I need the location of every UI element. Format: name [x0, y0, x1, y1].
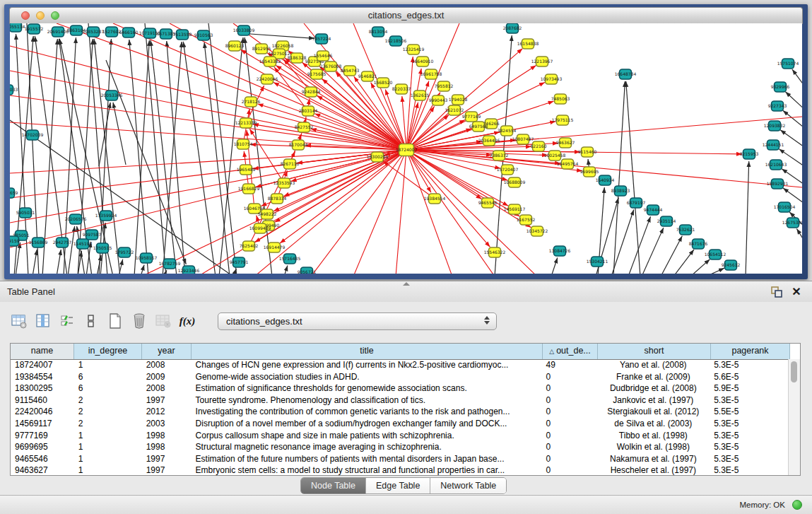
table-cell[interactable]: Genome-wide association studies in ADHD.	[192, 371, 542, 383]
edge[interactable]	[611, 209, 634, 274]
table-cell[interactable]: 1	[74, 430, 142, 442]
table-cell[interactable]: 5.5E-5	[710, 406, 789, 418]
table-cell[interactable]: Corpus callosum shape and size in male p…	[192, 430, 542, 442]
new-table-button[interactable]	[106, 312, 124, 330]
table-cell[interactable]: 5.3E-5	[710, 430, 789, 442]
table-cell[interactable]: 0	[542, 382, 597, 395]
tab-edge-table[interactable]: Edge Table	[366, 478, 430, 493]
table-cell[interactable]: 1	[74, 359, 142, 371]
table-cell[interactable]: Yano et al. (2008)	[596, 359, 710, 371]
table-cell[interactable]: 5.6E-5	[710, 371, 789, 383]
table-cell[interactable]: Estimation of the future numbers of pati…	[192, 453, 542, 465]
edge[interactable]	[284, 266, 288, 274]
edge[interactable]	[42, 39, 57, 274]
network-window-titlebar[interactable]: citations_edges.txt	[9, 7, 803, 24]
table-select-dropdown[interactable]: citations_edges.txt	[218, 313, 497, 330]
edge[interactable]	[57, 250, 61, 274]
edge[interactable]	[183, 42, 216, 274]
edge[interactable]	[673, 250, 694, 274]
citation-edge[interactable]	[396, 150, 406, 274]
edge[interactable]	[141, 265, 144, 274]
table-cell[interactable]: 6	[74, 382, 142, 395]
delete-table-button[interactable]	[154, 312, 172, 330]
edge[interactable]	[661, 236, 682, 274]
table-cell[interactable]: 2	[74, 406, 142, 418]
table-cell[interactable]: 2008	[142, 359, 192, 371]
table-cell[interactable]: 1998	[142, 441, 192, 453]
table-cell[interactable]: 2009	[142, 371, 192, 383]
edge[interactable]	[219, 37, 243, 274]
edge[interactable]	[551, 257, 558, 274]
edge[interactable]	[613, 81, 625, 274]
table-cell[interactable]: Stergiakouli et al. (2012)	[596, 406, 710, 418]
table-cell[interactable]: 5.3E-5	[710, 395, 789, 407]
table-vertical-scrollbar[interactable]	[788, 359, 800, 475]
table-cell[interactable]: 0	[542, 430, 597, 442]
edge[interactable]	[783, 110, 802, 129]
select-columns-button[interactable]	[58, 312, 76, 330]
table-cell[interactable]: Embryonic stem cells: a model to study s…	[192, 465, 542, 475]
table-cell[interactable]: 0	[542, 453, 597, 465]
table-cell[interactable]: 1	[74, 453, 142, 465]
edge[interactable]	[99, 103, 110, 166]
table-cell[interactable]: 18724007	[11, 359, 74, 371]
table-row[interactable]: 969969511998Structural magnetic resonanc…	[11, 441, 789, 453]
edge[interactable]	[706, 268, 724, 274]
table-cell[interactable]: Disruption of a novel member of a sodium…	[192, 418, 542, 430]
tab-network-table[interactable]: Network Table	[430, 478, 506, 493]
table-cell[interactable]: 5.3E-5	[710, 465, 789, 475]
column-header-title[interactable]: title	[192, 344, 543, 359]
edge[interactable]	[626, 81, 640, 274]
table-cell[interactable]: Hescheler et al. (1997)	[596, 465, 710, 475]
column-header-in_degree[interactable]: in_degree	[74, 344, 142, 359]
citation-edge[interactable]	[406, 150, 452, 274]
edge[interactable]	[240, 33, 314, 38]
table-cell[interactable]: 0	[542, 395, 597, 407]
column-header-year[interactable]: year	[142, 344, 192, 359]
table-cell[interactable]: 9465546	[11, 453, 74, 465]
table-cell[interactable]: Wolkin et al. (1998)	[596, 441, 710, 453]
close-panel-icon[interactable]: ✕	[789, 285, 804, 299]
table-cell[interactable]: 9777169	[11, 430, 74, 442]
table-cell[interactable]: 9699695	[11, 441, 74, 453]
network-graph[interactable]: 2055134191557220691406886310410853287152…	[10, 23, 802, 274]
table-cell[interactable]: Investigating the contribution of common…	[192, 406, 542, 418]
table-row[interactable]: 946554611997Estimation of the future num…	[11, 453, 789, 465]
table-row[interactable]: 1872400712008Changes of HCN gene express…	[11, 359, 789, 371]
edge[interactable]	[33, 250, 37, 274]
float-panel-icon[interactable]	[770, 285, 784, 299]
table-cell[interactable]: 1997	[142, 465, 192, 475]
table-cell[interactable]: 5.3E-5	[710, 418, 789, 430]
table-cell[interactable]: 0	[542, 371, 597, 383]
table-settings-button[interactable]	[10, 312, 28, 330]
citation-edge[interactable]	[258, 104, 406, 150]
table-row[interactable]: 2242004622012Investigating the contribut…	[11, 406, 789, 418]
show-column-button[interactable]	[34, 312, 52, 330]
function-builder-button[interactable]: f(x)	[178, 312, 196, 330]
citation-edge[interactable]	[406, 150, 490, 247]
table-cell[interactable]: Tibbo et al. (1998)	[596, 430, 710, 442]
citation-edge[interactable]	[406, 150, 531, 228]
table-cell[interactable]: 2008	[142, 382, 192, 395]
edge[interactable]	[785, 92, 802, 111]
edge[interactable]	[792, 69, 802, 88]
table-cell[interactable]: 1997	[142, 395, 192, 407]
table-cell[interactable]: 0	[542, 418, 597, 430]
tab-node-table[interactable]: Node Table	[301, 478, 366, 493]
splitter-grip[interactable]	[403, 282, 410, 286]
edge[interactable]	[796, 228, 802, 244]
citation-edge[interactable]	[353, 150, 406, 274]
table-cell[interactable]: 1997	[142, 453, 192, 465]
table-cell[interactable]: 18300295	[11, 382, 74, 395]
table-cell[interactable]: 5.3E-5	[710, 453, 789, 465]
table-row[interactable]: 911546021997Tourette syndrome. Phenomeno…	[11, 395, 789, 407]
table-cell[interactable]: Changes of HCN gene expression and I(f) …	[192, 359, 542, 371]
citation-edge[interactable]	[406, 150, 495, 274]
table-cell[interactable]: 2012	[142, 406, 192, 418]
table-cell[interactable]: 0	[542, 441, 597, 453]
citation-edge[interactable]	[10, 95, 406, 150]
edge[interactable]	[746, 161, 749, 274]
table-cell[interactable]: 49	[542, 359, 597, 371]
table-cell[interactable]: 5.3E-5	[710, 359, 789, 371]
table-cell[interactable]: 2	[74, 395, 142, 407]
